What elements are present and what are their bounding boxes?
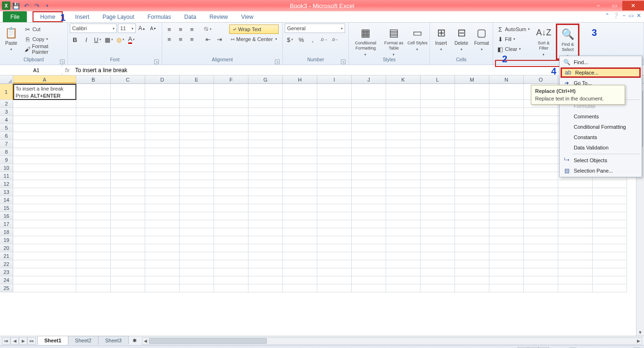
help-icon[interactable]: ❔ bbox=[612, 12, 619, 19]
cell-K8[interactable] bbox=[386, 148, 421, 156]
cell-E5[interactable] bbox=[180, 124, 214, 132]
cell-A6[interactable] bbox=[13, 132, 76, 140]
menu-selection-pane[interactable]: ▤Selection Pane... bbox=[561, 166, 641, 176]
cell-D3[interactable] bbox=[145, 108, 180, 116]
cell-F12[interactable] bbox=[214, 180, 248, 188]
cell-H20[interactable] bbox=[283, 244, 317, 252]
cell-C9[interactable] bbox=[111, 156, 145, 164]
cell-P12[interactable] bbox=[558, 180, 593, 188]
cell-I5[interactable] bbox=[317, 124, 352, 132]
clipboard-dialog-launcher[interactable]: ↘ bbox=[60, 59, 65, 64]
font-dialog-launcher[interactable]: ↘ bbox=[154, 59, 159, 64]
cell-Q17[interactable] bbox=[593, 220, 627, 228]
cell-K3[interactable] bbox=[386, 108, 421, 116]
tab-home[interactable]: Home bbox=[33, 11, 63, 22]
cell-B6[interactable] bbox=[76, 132, 111, 140]
cell-K15[interactable] bbox=[386, 204, 421, 212]
cell-G2[interactable] bbox=[248, 100, 283, 108]
cell-J11[interactable] bbox=[352, 172, 386, 180]
cell-F5[interactable] bbox=[214, 124, 248, 132]
cell-M6[interactable] bbox=[455, 132, 489, 140]
cell-M3[interactable] bbox=[455, 108, 489, 116]
cell-H18[interactable] bbox=[283, 228, 317, 236]
menu-replace[interactable]: abReplace... bbox=[561, 67, 641, 78]
cell-K19[interactable] bbox=[386, 236, 421, 244]
cell-N9[interactable] bbox=[489, 156, 524, 164]
cell-Q23[interactable] bbox=[593, 268, 627, 276]
cell-F23[interactable] bbox=[214, 268, 248, 276]
cell-D25[interactable] bbox=[145, 284, 180, 292]
cell-D15[interactable] bbox=[145, 204, 180, 212]
cell-D7[interactable] bbox=[145, 140, 180, 148]
row-header-10[interactable]: 10 bbox=[0, 164, 13, 172]
cell-A18[interactable] bbox=[13, 228, 76, 236]
row-header-21[interactable]: 21 bbox=[0, 252, 13, 260]
cell-F24[interactable] bbox=[214, 276, 248, 284]
cell-D16[interactable] bbox=[145, 212, 180, 220]
insert-cells-button[interactable]: ⊞Insert▾ bbox=[432, 24, 450, 52]
cell-G5[interactable] bbox=[248, 124, 283, 132]
cell-A14[interactable] bbox=[13, 196, 76, 204]
cell-J16[interactable] bbox=[352, 212, 386, 220]
cell-Q16[interactable] bbox=[593, 212, 627, 220]
cell-J19[interactable] bbox=[352, 236, 386, 244]
sheet-tab-sheet2[interactable]: Sheet2 bbox=[68, 336, 99, 345]
cell-E21[interactable] bbox=[180, 252, 214, 260]
cell-E9[interactable] bbox=[180, 156, 214, 164]
cell-G3[interactable] bbox=[248, 108, 283, 116]
cell-A10[interactable] bbox=[13, 164, 76, 172]
cell-A13[interactable] bbox=[13, 188, 76, 196]
ribbon-minimize-icon[interactable]: ⌃ bbox=[605, 12, 610, 19]
row-header-20[interactable]: 20 bbox=[0, 244, 13, 252]
cell-M21[interactable] bbox=[455, 252, 489, 260]
column-header-J[interactable]: J bbox=[352, 75, 386, 83]
cell-J14[interactable] bbox=[352, 196, 386, 204]
cell-B5[interactable] bbox=[76, 124, 111, 132]
delete-cells-button[interactable]: ⊟Delete▾ bbox=[452, 24, 471, 52]
column-header-B[interactable]: B bbox=[76, 75, 111, 83]
decrease-font-icon[interactable]: A▼ bbox=[148, 24, 158, 33]
conditional-formatting-button[interactable]: ▦Conditional Formatting▾ bbox=[351, 24, 380, 57]
row-header-11[interactable]: 11 bbox=[0, 172, 13, 180]
cell-O6[interactable] bbox=[524, 132, 558, 140]
cell-H15[interactable] bbox=[283, 204, 317, 212]
cell-B16[interactable] bbox=[76, 212, 111, 220]
cell-F17[interactable] bbox=[214, 220, 248, 228]
cell-C16[interactable] bbox=[111, 212, 145, 220]
cell-B10[interactable] bbox=[76, 164, 111, 172]
cell-N8[interactable] bbox=[489, 148, 524, 156]
cell-N23[interactable] bbox=[489, 268, 524, 276]
cell-A3[interactable] bbox=[13, 108, 76, 116]
cell-F14[interactable] bbox=[214, 196, 248, 204]
cell-A25[interactable] bbox=[13, 284, 76, 292]
cell-Q13[interactable] bbox=[593, 188, 627, 196]
cell-L3[interactable] bbox=[421, 108, 455, 116]
cell-A19[interactable] bbox=[13, 236, 76, 244]
cell-Q19[interactable] bbox=[593, 236, 627, 244]
cell-D11[interactable] bbox=[145, 172, 180, 180]
workbook-close-icon[interactable]: ✕ bbox=[636, 12, 641, 19]
cell-N22[interactable] bbox=[489, 260, 524, 268]
excel-icon[interactable]: X bbox=[2, 1, 10, 10]
cell-F7[interactable] bbox=[214, 140, 248, 148]
redo-icon[interactable]: ↷ bbox=[32, 1, 41, 10]
cell-E20[interactable] bbox=[180, 244, 214, 252]
menu-data-validation[interactable]: Data Validation bbox=[561, 142, 641, 153]
cell-F13[interactable] bbox=[214, 188, 248, 196]
cell-D6[interactable] bbox=[145, 132, 180, 140]
cell-A21[interactable] bbox=[13, 252, 76, 260]
cell-G23[interactable] bbox=[248, 268, 283, 276]
borders-button[interactable]: ▦ bbox=[104, 35, 114, 44]
cell-H13[interactable] bbox=[283, 188, 317, 196]
cell-K24[interactable] bbox=[386, 276, 421, 284]
cell-Q20[interactable] bbox=[593, 244, 627, 252]
workbook-restore-icon[interactable]: ▭ bbox=[628, 12, 634, 19]
cell-C1[interactable] bbox=[111, 84, 145, 100]
tab-view[interactable]: View bbox=[235, 11, 260, 22]
cell-C15[interactable] bbox=[111, 204, 145, 212]
cell-J15[interactable] bbox=[352, 204, 386, 212]
cell-F21[interactable] bbox=[214, 252, 248, 260]
cell-F10[interactable] bbox=[214, 164, 248, 172]
cell-E6[interactable] bbox=[180, 132, 214, 140]
cell-I17[interactable] bbox=[317, 220, 352, 228]
